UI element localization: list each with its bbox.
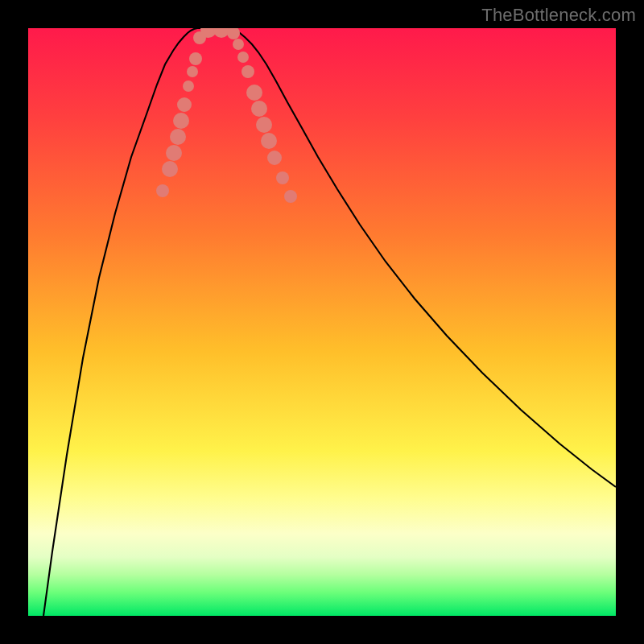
marker-point — [162, 161, 178, 177]
marker-point — [187, 66, 198, 77]
marker-point — [177, 97, 192, 112]
marker-point — [156, 184, 169, 197]
marker-point — [173, 113, 189, 129]
marker-point — [242, 65, 254, 78]
marker-point — [246, 85, 262, 101]
curve-right-branch — [229, 28, 616, 487]
marker-points — [156, 28, 297, 203]
marker-point — [251, 101, 267, 117]
chart-svg — [28, 28, 616, 616]
chart-frame — [28, 28, 616, 616]
curve-left-branch — [43, 28, 197, 616]
marker-point — [284, 190, 297, 203]
marker-point — [261, 133, 277, 149]
marker-point — [183, 80, 194, 92]
watermark-text: TheBottleneck.com — [481, 5, 636, 26]
marker-point — [189, 52, 202, 65]
marker-point — [227, 28, 240, 39]
marker-point — [233, 39, 244, 50]
marker-point — [276, 171, 289, 184]
marker-point — [170, 129, 186, 145]
marker-point — [256, 117, 272, 133]
marker-point — [237, 52, 249, 63]
marker-point — [166, 145, 182, 161]
marker-point — [267, 151, 282, 165]
